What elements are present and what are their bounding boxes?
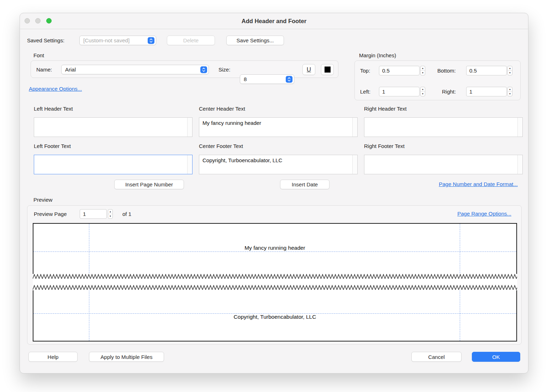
minimize-window-button[interactable] [35,18,41,23]
left-header-textbox [34,117,193,137]
stepper-up-icon[interactable]: ▲ [421,66,425,70]
scrollbar-track[interactable] [517,118,522,137]
color-swatch-icon [325,67,331,73]
ok-button[interactable]: OK [472,352,520,362]
zigzag-edge-icon [33,285,517,290]
cancel-button[interactable]: Cancel [411,352,462,362]
help-button[interactable]: Help [28,352,78,362]
scrollbar-track[interactable] [352,155,357,174]
right-footer-textbox [364,155,523,174]
dropdown-chevrons-icon [148,37,154,44]
save-settings-button[interactable]: Save Settings... [226,36,284,45]
saved-settings-dropdown[interactable]: [Custom-not saved] [79,36,156,45]
stepper-up-icon[interactable]: ▲ [508,66,512,70]
font-group: Name: Arial Size: 8 U [31,60,338,78]
dropdown-chevrons-icon [286,76,293,83]
titlebar: Add Header and Footer [20,13,528,29]
right-header-input[interactable] [364,118,518,137]
center-header-label: Center Header Text [199,106,245,112]
stepper-up-icon[interactable]: ▲ [508,87,512,91]
preview-header-text: My fancy running header [33,244,516,251]
font-size-label: Size: [218,65,230,74]
apply-to-multiple-files-button[interactable]: Apply to Multiple Files [89,352,164,362]
margin-top-label: Top: [360,66,370,75]
saved-settings-label: Saved Settings: [27,36,64,45]
font-group-label: Font [33,52,44,58]
margin-top-stepper: ▲ ▼ [420,66,425,75]
stepper-down-icon[interactable]: ▼ [508,70,512,75]
left-footer-label: Left Footer Text [34,143,71,149]
margin-right-label: Right: [442,87,456,96]
left-footer-input[interactable] [34,155,188,174]
left-footer-textbox [34,155,193,174]
stepper-down-icon[interactable]: ▼ [108,214,112,218]
add-header-footer-dialog: Add Header and Footer Saved Settings: [C… [20,13,528,374]
insert-date-button[interactable]: Insert Date [280,180,330,189]
scrollbar-track[interactable] [187,155,192,174]
page-preview: My fancy running header Copyright, Turbo… [33,223,517,341]
margin-bottom-input[interactable] [466,66,507,75]
center-header-input[interactable]: My fancy running header [199,118,353,137]
margin-group: Top: ▲ ▼ Bottom: ▲ ▼ Left: ▲ ▼ Right: ▲ … [354,60,521,100]
center-footer-input[interactable]: Copyright, Turboencabulator, LLC [199,155,353,174]
font-color-button[interactable] [321,64,334,75]
left-header-input[interactable] [34,118,188,137]
stepper-up-icon[interactable]: ▲ [421,87,425,91]
right-footer-input[interactable] [364,155,518,174]
margin-left-stepper: ▲ ▼ [420,87,425,96]
close-window-button[interactable] [25,18,30,23]
stepper-down-icon[interactable]: ▼ [421,70,425,75]
margin-left-label: Left: [360,87,370,96]
margin-bottom-label: Bottom: [437,66,456,75]
stepper-down-icon[interactable]: ▼ [421,91,425,96]
preview-page-stepper: ▲ ▼ [108,209,113,219]
scrollbar-track[interactable] [187,118,192,137]
scrollbar-track[interactable] [352,118,357,137]
preview-footer-text: Copyright, Turboencabulator, LLC [33,314,516,320]
header-margin-guide [33,251,516,252]
scrollbar-track[interactable] [517,155,522,174]
center-footer-textbox: Copyright, Turboencabulator, LLC [199,155,358,174]
font-name-value: Arial [65,67,76,73]
left-header-label: Left Header Text [34,106,73,112]
preview-page-count: of 1 [122,209,131,219]
margin-right-input[interactable] [466,87,507,96]
stepper-up-icon[interactable]: ▲ [108,210,112,214]
margin-top-input[interactable] [379,66,420,75]
margin-right-stepper: ▲ ▼ [507,87,512,96]
preview-page-label: Preview Page [34,209,67,219]
stepper-down-icon[interactable]: ▼ [508,91,512,96]
font-size-dropdown[interactable]: 8 [240,74,294,84]
delete-button[interactable]: Delete [167,36,215,45]
right-header-label: Right Header Text [364,106,407,112]
right-header-textbox [364,117,523,137]
margin-left-input[interactable] [379,87,420,96]
font-size-value: 8 [244,76,247,82]
saved-settings-value: [Custom-not saved] [83,37,130,43]
margin-group-label: Margin (Inches) [359,52,396,58]
right-footer-label: Right Footer Text [364,143,405,149]
window-title: Add Header and Footer [20,13,528,29]
appearance-options-link[interactable]: Appearance Options... [29,86,82,92]
insert-page-number-button[interactable]: Insert Page Number [114,180,184,189]
preview-group: Preview Page ▲ ▼ of 1 Page Range Options… [27,205,522,345]
center-header-textbox: My fancy running header [199,117,358,137]
preview-section-label: Preview [33,197,52,203]
underline-button[interactable]: U [302,64,315,75]
page-range-options-link[interactable]: Page Range Options... [457,211,511,217]
dropdown-chevrons-icon [200,66,207,73]
page-number-date-format-link[interactable]: Page Number and Date Format... [439,181,518,187]
zigzag-edge-icon [33,274,517,279]
center-footer-label: Center Footer Text [199,143,243,149]
zoom-window-button[interactable] [46,18,52,23]
font-name-label: Name: [36,65,52,74]
margin-bottom-stepper: ▲ ▼ [507,66,512,75]
font-name-dropdown[interactable]: Arial [61,65,209,74]
content-tear [33,274,517,290]
preview-page-input[interactable] [80,209,107,219]
